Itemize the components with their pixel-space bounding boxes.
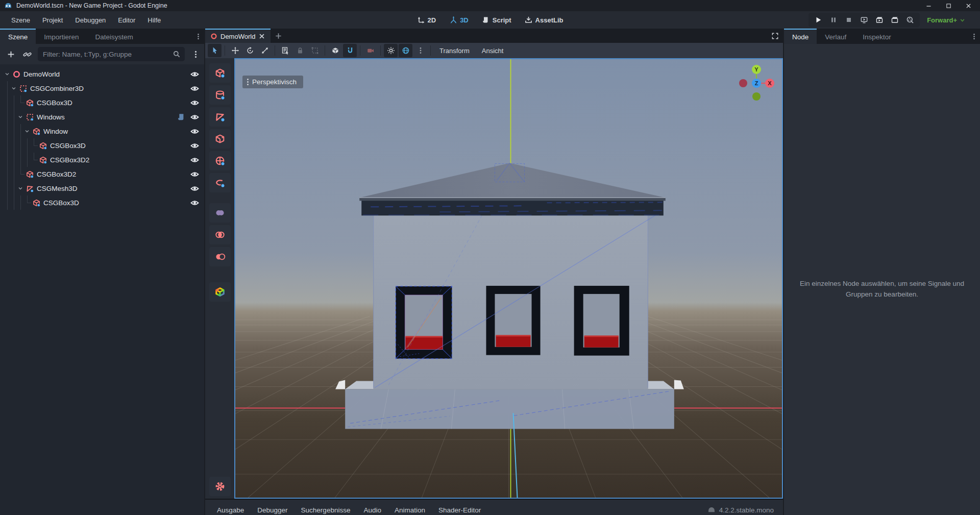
- visibility-eye-icon[interactable]: [190, 170, 199, 179]
- tab-importieren[interactable]: Importieren: [36, 29, 87, 44]
- menu-szene[interactable]: Szene: [5, 13, 36, 27]
- expand-arrow-icon[interactable]: [17, 181, 24, 195]
- center-area: DemoWorld TransformAnsicht: [205, 29, 783, 515]
- mode-3d-button[interactable]: 3D: [446, 14, 472, 26]
- lock-button[interactable]: [293, 44, 307, 57]
- tree-row-windows[interactable]: Windows: [0, 110, 204, 124]
- visibility-eye-icon[interactable]: [190, 84, 199, 93]
- visibility-eye-icon[interactable]: [190, 141, 199, 150]
- local-space-button[interactable]: [328, 44, 342, 57]
- stop-button[interactable]: [842, 14, 855, 26]
- visibility-eye-icon[interactable]: [190, 113, 199, 121]
- tab-node[interactable]: Node: [784, 29, 817, 44]
- tree-row-csgbox3d2[interactable]: CSGBox3D2: [0, 167, 204, 181]
- bottom-panel-debugger[interactable]: Debugger: [251, 506, 294, 514]
- maximize-button[interactable]: [945, 3, 952, 9]
- add-node-button[interactable]: [5, 48, 16, 60]
- menu-debuggen[interactable]: Debuggen: [69, 13, 112, 27]
- preview-sunlight-button[interactable]: [384, 44, 398, 57]
- 3d-viewport[interactable]: Perspektivisch Y Z X: [234, 58, 783, 499]
- close-tab-icon[interactable]: [258, 33, 265, 40]
- tree-row-csgbox3d[interactable]: CSGBox3D: [0, 138, 204, 153]
- expand-arrow-icon[interactable]: [24, 124, 31, 138]
- preview-environment-button[interactable]: [399, 44, 412, 57]
- select-tool-button[interactable]: [208, 44, 222, 57]
- mode-assetlib-button[interactable]: AssetLib: [522, 14, 567, 26]
- perspective-menu[interactable]: Perspektivisch: [242, 76, 303, 88]
- csg-polygon-button[interactable]: [209, 129, 231, 149]
- tab-menu-button[interactable]: [968, 29, 980, 44]
- tree-row-demoworld[interactable]: DemoWorld: [0, 67, 204, 81]
- csg-mesh-button[interactable]: [209, 107, 231, 127]
- close-button[interactable]: [965, 3, 972, 9]
- scene-tree-menu-button[interactable]: [190, 48, 201, 60]
- move-tool-button[interactable]: [228, 44, 242, 57]
- tab-menu-button[interactable]: [192, 29, 204, 44]
- list-select-button[interactable]: [278, 44, 292, 57]
- csg-cylinder-button[interactable]: [209, 85, 231, 105]
- menu-hilfe[interactable]: Hilfe: [141, 13, 167, 27]
- minimize-button[interactable]: [925, 3, 932, 9]
- bottom-panel-ausgabe[interactable]: Ausgabe: [210, 506, 251, 514]
- csg-torus-button[interactable]: [209, 173, 231, 192]
- tree-row-csgbox3d2[interactable]: CSGBox3D2: [0, 153, 204, 167]
- csg-settings-button[interactable]: [209, 477, 231, 496]
- camera-override-button[interactable]: [363, 44, 377, 57]
- visibility-eye-icon[interactable]: [190, 127, 199, 136]
- tree-row-csgcombiner3d[interactable]: CSGCombiner3D: [0, 81, 204, 95]
- left-dock: SzeneImportierenDateisystem DemoWorldCSG…: [0, 29, 204, 515]
- bottom-panel-audio[interactable]: Audio: [357, 506, 388, 514]
- group-button[interactable]: [308, 44, 322, 57]
- bottom-panel-animation[interactable]: Animation: [388, 506, 432, 514]
- csg-sphere-button[interactable]: [209, 151, 231, 170]
- csg-box-button[interactable]: [209, 63, 231, 83]
- tab-szene[interactable]: Szene: [0, 29, 36, 44]
- csg-subtraction-button[interactable]: [209, 247, 231, 266]
- viewport-more-button[interactable]: [413, 44, 427, 57]
- mode-2d-button[interactable]: 2D: [414, 14, 439, 26]
- visibility-eye-icon[interactable]: [190, 156, 199, 164]
- mode-script-button[interactable]: Script: [479, 14, 514, 26]
- menu-editor[interactable]: Editor: [112, 13, 141, 27]
- play-button[interactable]: [812, 14, 825, 26]
- scale-tool-button[interactable]: [258, 44, 272, 57]
- bottom-panel-shader-editor[interactable]: Shader-Editor: [432, 506, 487, 514]
- scene-filter-input[interactable]: [38, 47, 185, 61]
- menu-projekt[interactable]: Projekt: [36, 13, 69, 27]
- visibility-eye-icon[interactable]: [190, 184, 199, 193]
- scene-tab-demoworld[interactable]: DemoWorld: [205, 29, 271, 43]
- viewport-menu-transform[interactable]: Transform: [433, 47, 476, 55]
- pause-button[interactable]: [827, 14, 840, 26]
- distraction-free-button[interactable]: [767, 29, 783, 43]
- tree-row-window[interactable]: Window: [0, 124, 204, 138]
- play-remote-button[interactable]: [857, 14, 871, 26]
- snap-button[interactable]: [343, 44, 357, 57]
- bottom-panel-suchergebnisse[interactable]: Suchergebnisse: [295, 506, 357, 514]
- csg-torus-icon: [214, 177, 226, 188]
- play-current-scene-button[interactable]: [873, 14, 886, 26]
- new-scene-tab-button[interactable]: [271, 29, 286, 43]
- movie-maker-button[interactable]: [903, 14, 917, 26]
- expand-arrow-icon[interactable]: [17, 110, 24, 124]
- tab-verlauf[interactable]: Verlauf: [817, 29, 854, 44]
- expand-arrow-icon[interactable]: [11, 81, 18, 95]
- view-axis-gizmo[interactable]: Y Z X: [734, 62, 778, 106]
- visibility-eye-icon[interactable]: [190, 99, 199, 107]
- tab-dateisystem[interactable]: Dateisystem: [87, 29, 141, 44]
- csg-intersection-button[interactable]: [209, 225, 231, 244]
- mesh-library-button[interactable]: [209, 282, 231, 302]
- script-attached-icon[interactable]: [177, 113, 185, 121]
- csg-union-button[interactable]: [209, 203, 231, 223]
- expand-arrow-icon[interactable]: [4, 67, 11, 81]
- tree-row-csgbox3d[interactable]: CSGBox3D: [0, 195, 204, 210]
- visibility-eye-icon[interactable]: [190, 70, 199, 79]
- viewport-menu-ansicht[interactable]: Ansicht: [476, 47, 510, 55]
- visibility-eye-icon[interactable]: [190, 199, 199, 207]
- tree-row-csgbox3d[interactable]: CSGBox3D: [0, 95, 204, 110]
- tree-row-csgmesh3d[interactable]: CSGMesh3D: [0, 181, 204, 195]
- instance-scene-button[interactable]: [21, 48, 33, 60]
- play-custom-scene-button[interactable]: [888, 14, 901, 26]
- rotate-tool-button[interactable]: [243, 44, 257, 57]
- renderer-selector[interactable]: Forward+: [927, 16, 966, 24]
- tab-inspektor[interactable]: Inspektor: [854, 29, 899, 44]
